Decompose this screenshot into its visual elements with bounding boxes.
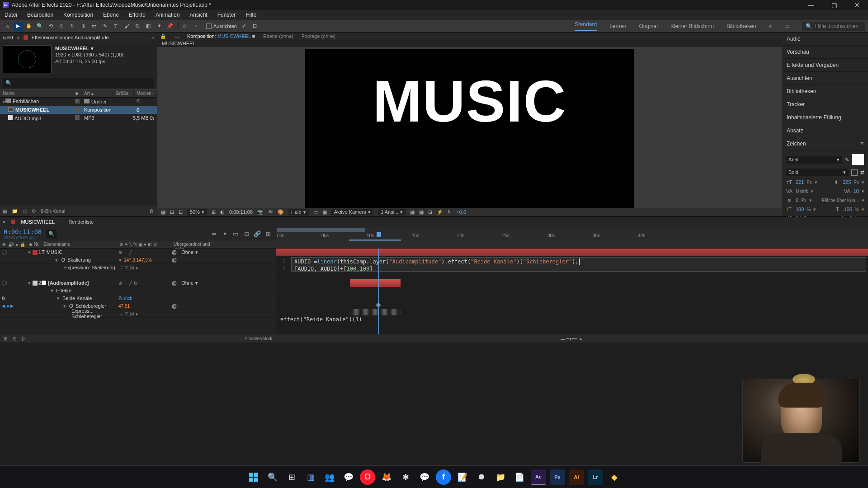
tool-opt1-icon[interactable]: ◐ xyxy=(180,22,189,31)
tool-opt2-icon[interactable]: ✦ xyxy=(191,22,200,31)
slider-expression-text[interactable]: effect("Beide Kanäle")(1) xyxy=(280,316,362,323)
visibility-toggle[interactable] xyxy=(2,281,7,286)
selection-tool-icon[interactable]: ▶ xyxy=(14,22,23,31)
preview-panel-header[interactable]: Vorschau xyxy=(782,46,868,59)
tl-ic6[interactable]: ⊞ xyxy=(264,230,272,238)
layer-name[interactable]: [Audioamplitude] xyxy=(48,280,89,286)
col-label[interactable]: ◆ xyxy=(72,90,81,97)
layer-bar-audioamplitude[interactable] xyxy=(350,279,401,287)
twirl-icon[interactable]: ▾ xyxy=(55,257,59,263)
effect-controls-tab[interactable]: Effekteinstellungen Audioamplitude xyxy=(32,35,109,40)
foot-ic3[interactable]: ⊡ xyxy=(179,209,183,215)
foot-trans-icon[interactable]: ▦ xyxy=(322,209,327,215)
camera-tool-icon[interactable]: ◎ xyxy=(57,22,66,31)
dropdown-icon[interactable]: ▾ xyxy=(91,45,94,52)
notepad-icon[interactable]: 📄 xyxy=(512,469,527,485)
expr-lang-icon[interactable]: ▸ xyxy=(136,311,138,316)
parent-pick-icon[interactable]: @ xyxy=(172,257,177,263)
opera-icon[interactable]: O xyxy=(360,469,375,485)
audio-panel-header[interactable]: Audio xyxy=(782,33,868,46)
foot-show-icon[interactable]: 👁 xyxy=(268,209,273,215)
expr-graph-icon[interactable]: ⊼ xyxy=(125,265,128,270)
col-type[interactable]: Art ▴ xyxy=(81,90,113,97)
tl-ic4[interactable]: ⊡ xyxy=(242,230,250,238)
project-row-audio[interactable]: AUDIO.mp3 MP3 5,5 MB 0: xyxy=(0,114,157,122)
effect-row-both-channels[interactable]: fx ▾ Beide Kanäle Zurück xyxy=(0,295,276,302)
stroke-width-value[interactable]: 0 xyxy=(796,197,798,203)
foot-refresh-icon[interactable]: ↻ xyxy=(448,209,452,215)
teams-icon[interactable]: 👥 xyxy=(322,469,337,485)
shape-tool-icon[interactable]: ▭ xyxy=(90,22,99,31)
project-row-folder[interactable]: ▸Farbflächen Ordner ⇱ xyxy=(0,98,157,106)
tl-foot-ic3[interactable]: {} xyxy=(22,336,25,341)
snap-opt-icon[interactable]: ⤢ xyxy=(240,22,249,31)
resolution-dropdown[interactable]: Halb ▾ xyxy=(288,209,309,216)
roto-tool-icon[interactable]: ✦ xyxy=(155,22,164,31)
stopwatch-icon[interactable]: ⏱ xyxy=(61,257,66,263)
comp-tab[interactable]: Komposition: MUSICWHEEL ≡ xyxy=(187,33,255,39)
help-search[interactable]: 🔍 Hilfe durchsuchen xyxy=(802,22,865,31)
foot-split-icon[interactable]: ⊞ xyxy=(428,209,432,215)
camera-dropdown[interactable]: Aktive Kamera ▾ xyxy=(331,209,374,216)
puppet-tool-icon[interactable]: 📌 xyxy=(165,22,175,31)
parent-dropdown[interactable]: Ohne ▾ xyxy=(179,249,201,256)
effects-group-row[interactable]: ▾ Effekte xyxy=(0,287,276,295)
snap-opt2-icon[interactable]: ⊡ xyxy=(250,22,259,31)
brush-tool-icon[interactable]: 🖌 xyxy=(122,22,131,31)
comp-breadcrumb[interactable]: MUSICWHEEL xyxy=(157,40,782,47)
tl-foot-ic1[interactable]: ⊞ xyxy=(4,336,7,341)
workspace-learn[interactable]: Lernen xyxy=(609,23,626,29)
label-swatch[interactable] xyxy=(75,107,80,112)
menu-view[interactable]: Ansicht xyxy=(188,11,209,19)
comp-canvas[interactable]: MUSIC xyxy=(305,49,634,208)
layer-row-audioamplitude[interactable]: ▾2 [Audioamplitude] ⊕╱fx @Ohne ▾ xyxy=(0,279,276,287)
layer-bar-music[interactable] xyxy=(276,249,868,256)
speaker-col-icon[interactable]: 🔊 xyxy=(8,242,14,247)
link-icon[interactable]: ⇱ xyxy=(137,99,141,104)
tl-foot-ic2[interactable]: ⊡ xyxy=(13,336,16,341)
hand-tool-icon[interactable]: ✋ xyxy=(24,22,33,31)
fill-over-stroke-select[interactable]: Fläche über Kon... xyxy=(822,198,859,203)
workspace-small[interactable]: Kleiner Bildschirm xyxy=(670,23,714,29)
zoom-out-icon[interactable]: ▬ xyxy=(561,336,565,341)
expr-pick-icon[interactable]: @ xyxy=(130,311,134,316)
font-family-select[interactable]: Arial▾ xyxy=(786,156,842,164)
workspace-original[interactable]: Original xyxy=(639,23,658,29)
explorer-icon[interactable]: 📁 xyxy=(493,469,508,485)
tab-menu-icon[interactable]: ≡ xyxy=(17,35,19,40)
taskbar-search-icon[interactable]: 🔍 xyxy=(265,469,280,485)
foot-snapshot-icon[interactable]: 📷 xyxy=(257,209,264,215)
zoom-dropdown[interactable]: 50% ▾ xyxy=(187,209,207,216)
bitdepth-label[interactable]: 8-Bit-Kanal xyxy=(41,208,65,214)
foot-fast-icon[interactable]: ⚡ xyxy=(437,209,443,215)
foot-draft-icon[interactable]: ▦ xyxy=(419,209,424,215)
label-swatch[interactable] xyxy=(75,99,80,103)
footage-tab[interactable]: Footage (ohne) xyxy=(302,33,335,39)
expr-enable-icon[interactable]: = xyxy=(120,265,123,270)
label-swatch[interactable] xyxy=(75,115,80,120)
clone-tool-icon[interactable]: ⧉ xyxy=(133,22,142,31)
app-icon[interactable]: ✱ xyxy=(398,469,413,485)
parent-dropdown[interactable]: Ohne ▾ xyxy=(179,280,201,286)
project-search[interactable]: 🔍 xyxy=(3,78,154,88)
slider-expression-row[interactable]: Express... Schieberegler =⊼@▸ xyxy=(0,310,276,318)
eyedropper-icon[interactable]: ✎ xyxy=(845,157,849,163)
twirl-icon[interactable]: ▾ xyxy=(51,288,54,294)
menu-edit[interactable]: Bearbeiten xyxy=(25,11,55,19)
start-button[interactable] xyxy=(246,469,261,485)
pen-tool-icon[interactable]: ✎ xyxy=(100,22,109,31)
foot-ic2[interactable]: ⊞ xyxy=(170,209,174,215)
interpret-icon[interactable]: ▦ xyxy=(3,208,7,214)
menu-file[interactable]: Datei xyxy=(3,11,19,19)
exposure-value[interactable]: +0,0 xyxy=(456,209,466,215)
newfolder-icon[interactable]: 📁 xyxy=(12,208,18,214)
hscale-value[interactable]: 100 xyxy=(844,206,852,212)
menu-window[interactable]: Fenster xyxy=(216,11,238,19)
font-weight-select[interactable]: Bold▾ xyxy=(786,169,849,176)
col-size[interactable]: Größe xyxy=(113,90,134,97)
zoom-in-icon[interactable]: ▲ xyxy=(579,336,583,341)
foot-time-label[interactable]: 0:00:11:08 xyxy=(229,209,253,215)
lock-col-icon[interactable]: 🔒 xyxy=(20,242,25,247)
switches-modes-toggle[interactable]: Schalter/Modi xyxy=(245,336,272,341)
time-ruler[interactable]: 00s 05s 10s 15s 20s 25s 30s 35s 40s xyxy=(276,227,868,241)
